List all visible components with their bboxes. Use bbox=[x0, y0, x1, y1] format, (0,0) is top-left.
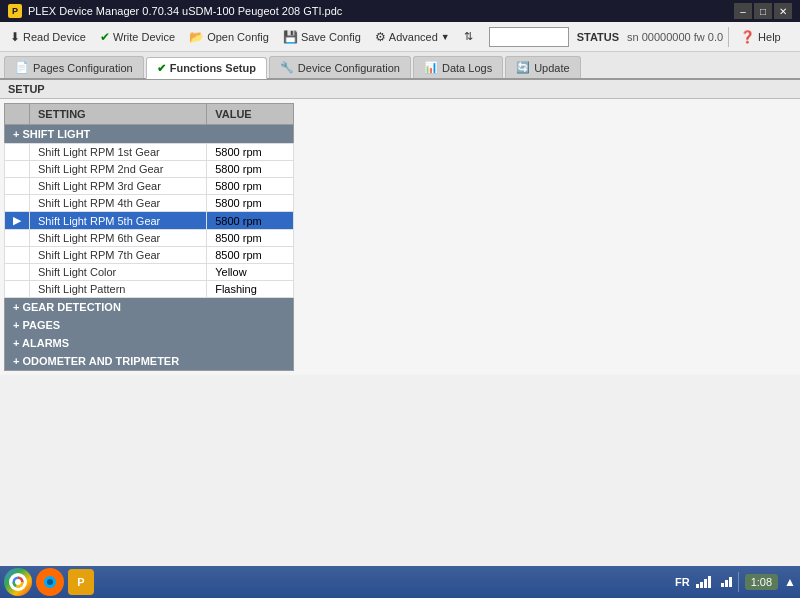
group-header-odometer[interactable]: + ODOMETER AND TRIPMETER bbox=[5, 352, 294, 371]
value-column-header: VALUE bbox=[207, 104, 294, 125]
table-row[interactable]: Shift Light RPM 3rd Gear 5800 rpm bbox=[5, 178, 294, 195]
taskbar-tray: FR 1:08 ▲ bbox=[675, 572, 796, 592]
folder-icon: 📂 bbox=[189, 30, 204, 44]
download-icon: ⬇ bbox=[10, 30, 20, 44]
row-value: 8500 rpm bbox=[207, 230, 294, 247]
tray-chevron-up[interactable]: ▲ bbox=[784, 575, 796, 589]
setup-label: SETUP bbox=[0, 80, 800, 99]
table-row[interactable]: Shift Light RPM 1st Gear 5800 rpm bbox=[5, 144, 294, 161]
row-setting: Shift Light Color bbox=[30, 264, 207, 281]
tab-functions-setup[interactable]: ✔ Functions Setup bbox=[146, 57, 267, 79]
row-value: Yellow bbox=[207, 264, 294, 281]
taskbar: P FR 1:08 ▲ bbox=[0, 566, 800, 598]
device-icon: 🔧 bbox=[280, 61, 294, 74]
close-button[interactable]: ✕ bbox=[774, 3, 792, 19]
pages-icon: 📄 bbox=[15, 61, 29, 74]
group-header-cell: + SHIFT LIGHT bbox=[5, 125, 294, 144]
table-row[interactable]: Shift Light RPM 7th Gear 8500 rpm bbox=[5, 247, 294, 264]
svg-point-5 bbox=[47, 579, 53, 585]
row-value: 5800 rpm bbox=[207, 161, 294, 178]
tray-divider bbox=[738, 572, 739, 592]
row-value: 5800 rpm bbox=[207, 195, 294, 212]
arrows-button[interactable]: ⇅ bbox=[458, 25, 479, 49]
plex-app-icon[interactable]: P bbox=[68, 569, 94, 595]
table-header-row: SETTING VALUE bbox=[5, 104, 294, 125]
language-indicator: FR bbox=[675, 576, 690, 588]
group-header-pages[interactable]: + PAGES bbox=[5, 316, 294, 334]
logs-icon: 📊 bbox=[424, 61, 438, 74]
tab-update[interactable]: 🔄 Update bbox=[505, 56, 580, 78]
checkmark-icon: ✔ bbox=[100, 30, 110, 44]
status-label: STATUS bbox=[577, 31, 619, 43]
update-icon: 🔄 bbox=[516, 61, 530, 74]
open-config-button[interactable]: 📂 Open Config bbox=[183, 25, 275, 49]
table-row[interactable]: Shift Light Color Yellow bbox=[5, 264, 294, 281]
table-row[interactable]: Shift Light RPM 4th Gear 5800 rpm bbox=[5, 195, 294, 212]
group-header-cell: + ALARMS bbox=[5, 334, 294, 352]
clock-badge: 1:08 bbox=[745, 574, 778, 590]
save-config-button[interactable]: 💾 Save Config bbox=[277, 25, 367, 49]
main-content: SETTING VALUE + SHIFT LIGHT Shift Light … bbox=[0, 99, 800, 375]
svg-point-2 bbox=[15, 579, 21, 585]
wifi-bar-2 bbox=[725, 580, 728, 587]
table-row[interactable]: Shift Light Pattern Flashing bbox=[5, 281, 294, 298]
row-value: 5800 rpm bbox=[207, 144, 294, 161]
status-area: STATUS sn 00000000 fw 0.0 bbox=[489, 27, 723, 47]
row-indicator bbox=[5, 144, 30, 161]
maximize-button[interactable]: □ bbox=[754, 3, 772, 19]
row-setting: Shift Light RPM 5th Gear bbox=[30, 212, 207, 230]
group-header-shift-light[interactable]: + SHIFT LIGHT bbox=[5, 125, 294, 144]
indicator-column-header bbox=[5, 104, 30, 125]
group-header-cell: + PAGES bbox=[5, 316, 294, 334]
row-setting: Shift Light RPM 7th Gear bbox=[30, 247, 207, 264]
row-setting: Shift Light RPM 6th Gear bbox=[30, 230, 207, 247]
save-icon: 💾 bbox=[283, 30, 298, 44]
chrome-app-icon[interactable] bbox=[4, 568, 32, 596]
advanced-button[interactable]: ⚙ Advanced ▼ bbox=[369, 25, 456, 49]
tab-pages-configuration[interactable]: 📄 Pages Configuration bbox=[4, 56, 144, 78]
signal-bar-3 bbox=[704, 579, 707, 588]
group-header-cell: + ODOMETER AND TRIPMETER bbox=[5, 352, 294, 371]
row-setting: Shift Light Pattern bbox=[30, 281, 207, 298]
title-bar: P PLEX Device Manager 0.70.34 uSDM-100 P… bbox=[0, 0, 800, 22]
row-setting: Shift Light RPM 1st Gear bbox=[30, 144, 207, 161]
help-button[interactable]: ❓ Help bbox=[734, 25, 787, 49]
svg-text:P: P bbox=[77, 576, 84, 588]
table-row[interactable]: Shift Light RPM 6th Gear 8500 rpm bbox=[5, 230, 294, 247]
group-header-alarms[interactable]: + ALARMS bbox=[5, 334, 294, 352]
row-indicator bbox=[5, 264, 30, 281]
settings-table: SETTING VALUE + SHIFT LIGHT Shift Light … bbox=[4, 103, 294, 371]
row-value: Flashing bbox=[207, 281, 294, 298]
wifi-bar-3 bbox=[729, 577, 732, 587]
row-indicator bbox=[5, 247, 30, 264]
row-value: 5800 rpm bbox=[207, 212, 294, 230]
functions-icon: ✔ bbox=[157, 62, 166, 75]
tab-device-configuration[interactable]: 🔧 Device Configuration bbox=[269, 56, 411, 78]
row-indicator bbox=[5, 230, 30, 247]
window-controls: – □ ✕ bbox=[734, 3, 792, 19]
toolbar-separator bbox=[728, 27, 729, 47]
row-indicator bbox=[5, 195, 30, 212]
tab-data-logs[interactable]: 📊 Data Logs bbox=[413, 56, 503, 78]
row-indicator bbox=[5, 281, 30, 298]
wifi-signal bbox=[721, 577, 732, 587]
app-icon: P bbox=[8, 4, 22, 18]
title-bar-left: P PLEX Device Manager 0.70.34 uSDM-100 P… bbox=[8, 4, 342, 18]
row-setting: Shift Light RPM 4th Gear bbox=[30, 195, 207, 212]
window-title: PLEX Device Manager 0.70.34 uSDM-100 Peu… bbox=[28, 5, 342, 17]
minimize-button[interactable]: – bbox=[734, 3, 752, 19]
group-header-cell: + GEAR DETECTION bbox=[5, 298, 294, 317]
write-device-button[interactable]: ✔ Write Device bbox=[94, 25, 181, 49]
group-header-gear-detection[interactable]: + GEAR DETECTION bbox=[5, 298, 294, 317]
signal-bar-4 bbox=[708, 576, 711, 588]
status-input[interactable] bbox=[489, 27, 569, 47]
read-device-button[interactable]: ⬇ Read Device bbox=[4, 25, 92, 49]
signal-bars bbox=[696, 576, 711, 588]
row-setting: Shift Light RPM 2nd Gear bbox=[30, 161, 207, 178]
table-row[interactable]: Shift Light RPM 2nd Gear 5800 rpm bbox=[5, 161, 294, 178]
row-indicator bbox=[5, 161, 30, 178]
table-row[interactable]: ▶ Shift Light RPM 5th Gear 5800 rpm bbox=[5, 212, 294, 230]
sn-label: sn 00000000 fw 0.0 bbox=[627, 31, 723, 43]
firefox-app-icon[interactable] bbox=[36, 568, 64, 596]
setting-column-header: SETTING bbox=[30, 104, 207, 125]
